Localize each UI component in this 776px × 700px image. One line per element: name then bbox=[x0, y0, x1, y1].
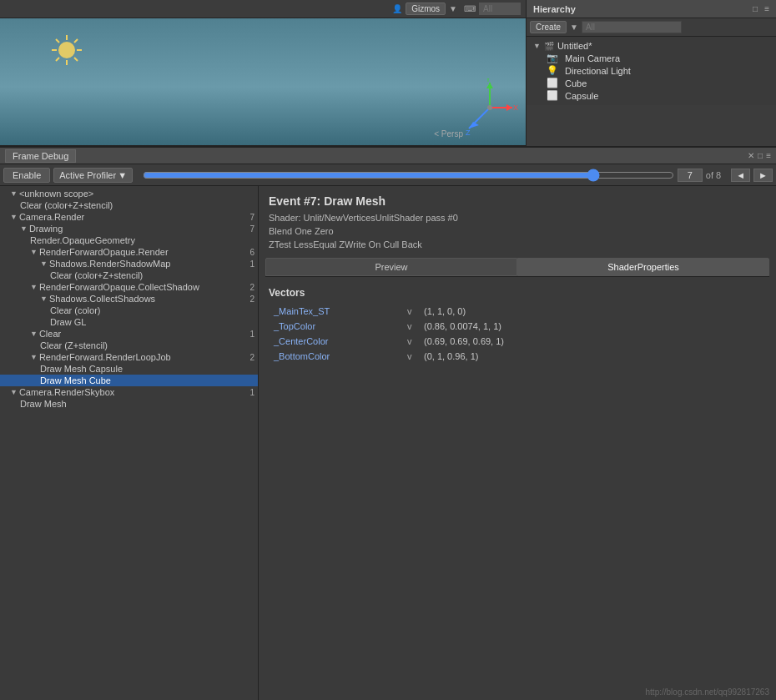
hierarchy-menu-icon[interactable]: ≡ bbox=[764, 4, 769, 13]
capsule-icon: ⬜ bbox=[547, 90, 558, 101]
tree-item-clear-color[interactable]: Clear (color) bbox=[0, 305, 258, 316]
expand-icon-8: ▼ bbox=[30, 330, 38, 338]
frame-debug-header: Frame Debug ✕ □ ≡ bbox=[0, 146, 776, 164]
expand-icon-5: ▼ bbox=[40, 259, 48, 268]
hierarchy-item-capsule[interactable]: ⬜ Capsule bbox=[540, 89, 776, 102]
table-row: _BottomColor v (0, 1, 0.96, 1) bbox=[269, 349, 766, 364]
tree-item-unknown-scope[interactable]: ▼ <unknown scope> bbox=[0, 188, 258, 199]
expand-icon-10: ▼ bbox=[10, 388, 18, 396]
table-row: _MainTex_ST v (1, 1, 0, 0) bbox=[269, 304, 766, 319]
viewport-search-input[interactable] bbox=[479, 3, 521, 15]
tree-item-render-forward-loop[interactable]: ▼ RenderForward.RenderLoopJob 2 bbox=[0, 351, 258, 363]
tab-preview[interactable]: Preview bbox=[265, 258, 517, 276]
table-row: _TopColor v (0.86, 0.0074, 1, 1) bbox=[269, 319, 766, 334]
svg-text:X: X bbox=[513, 103, 518, 112]
persp-label: < Persp bbox=[434, 129, 463, 138]
tree-item-clear-2[interactable]: Clear (color+Z+stencil) bbox=[0, 269, 258, 281]
tree-content: ▼ <unknown scope> Clear (color+Z+stencil… bbox=[0, 186, 258, 700]
gizmo-axes: Z X Y bbox=[461, 78, 519, 138]
frame-slider[interactable] bbox=[143, 169, 674, 182]
active-profiler-arrow-icon: ▼ bbox=[118, 170, 127, 180]
tree-item-shadows-collect[interactable]: ▼ Shadows.CollectShadows 2 bbox=[0, 293, 258, 305]
hierarchy-item-main-camera[interactable]: 📷 Main Camera bbox=[540, 52, 776, 64]
vector-value-0: (1, 1, 0, 0) bbox=[419, 304, 766, 319]
tree-item-drawing[interactable]: ▼ Drawing 7 bbox=[0, 223, 258, 234]
tree-item-draw-capsule[interactable]: Draw Mesh Capsule bbox=[0, 363, 258, 375]
hierarchy-item-directional-light[interactable]: 💡 Directional Light bbox=[540, 64, 776, 77]
hierarchy-create-arrow: ▼ bbox=[570, 23, 578, 32]
vector-type-0: v bbox=[402, 304, 419, 319]
svg-line-15 bbox=[56, 58, 59, 61]
expand-icon-2: ▼ bbox=[10, 213, 18, 221]
scene-name-label: Untitled* bbox=[557, 41, 592, 51]
vector-value-2: (0.69, 0.69, 0.69, 1) bbox=[419, 334, 766, 349]
expand-icon-7: ▼ bbox=[40, 295, 48, 303]
tree-item-draw-cube[interactable]: Draw Mesh Cube bbox=[0, 375, 258, 386]
tree-item-render-forward-opaque[interactable]: ▼ RenderForwardOpaque.Render 6 bbox=[0, 246, 258, 258]
vector-type-2: v bbox=[402, 334, 419, 349]
nav-prev-button[interactable]: ◄ bbox=[731, 169, 750, 182]
tree-item-camera-render[interactable]: ▼ Camera.Render 7 bbox=[0, 211, 258, 223]
frame-debug-controls: Enable Active Profiler ▼ 7 of 8 ◄ ► bbox=[0, 164, 776, 186]
vectors-table: _MainTex_ST v (1, 1, 0, 0) _TopColor v (… bbox=[269, 304, 766, 364]
left-panel: ▼ <unknown scope> Clear (color+Z+stencil… bbox=[0, 186, 259, 700]
expand-icon-4: ▼ bbox=[30, 248, 38, 256]
hierarchy-create-button[interactable]: Create bbox=[530, 21, 567, 33]
light-icon: 💡 bbox=[547, 65, 558, 76]
expand-icon-6: ▼ bbox=[30, 283, 38, 291]
hierarchy-item-cube[interactable]: ⬜ Cube bbox=[540, 77, 776, 89]
tab-shader-properties[interactable]: ShaderProperties bbox=[517, 258, 769, 276]
panel-maximize-icon[interactable]: □ bbox=[758, 151, 763, 160]
hierarchy-content: ▼ 🎬 Untitled* 📷 Main Camera 💡 Directiona… bbox=[527, 37, 776, 105]
expand-icon-3: ▼ bbox=[20, 224, 28, 233]
svg-line-13 bbox=[74, 58, 78, 61]
watermark: http://blog.csdn.net/qq992817263 bbox=[646, 687, 769, 697]
tree-item-draw-gl[interactable]: Draw GL bbox=[0, 316, 258, 328]
frame-of-label: of 8 bbox=[706, 170, 721, 180]
nav-next-button[interactable]: ► bbox=[753, 169, 773, 182]
shader-content: Vectors _MainTex_ST v (1, 1, 0, 0) _TopC… bbox=[259, 277, 776, 700]
svg-marker-24 bbox=[486, 83, 493, 88]
nav-slider-area: 7 of 8 bbox=[136, 169, 728, 182]
tree-item-clear-main[interactable]: ▼ Clear 1 bbox=[0, 328, 258, 340]
viewport: 👤 Gizmos ▼ ⌨ bbox=[0, 0, 526, 146]
tree-item-clear-1[interactable]: Clear (color+Z+stencil) bbox=[0, 199, 258, 211]
event-blend: Blend One Zero bbox=[259, 224, 776, 238]
tree-item-render-forward-collect[interactable]: ▼ RenderForwardOpaque.CollectShadow 2 bbox=[0, 281, 258, 293]
vector-name-2: _CenterColor bbox=[269, 334, 402, 349]
scene-icon: 🎬 bbox=[544, 42, 554, 51]
frame-number-input[interactable]: 7 bbox=[678, 169, 703, 182]
svg-text:Y: Y bbox=[486, 78, 491, 83]
event-ztest: ZTest LessEqual ZWrite On Cull Back bbox=[259, 238, 776, 251]
svg-point-7 bbox=[58, 42, 75, 58]
svg-line-12 bbox=[56, 39, 59, 43]
tree-item-camera-skybox[interactable]: ▼ Camera.RenderSkybox 1 bbox=[0, 386, 258, 398]
tree-item-draw-mesh[interactable]: Draw Mesh bbox=[0, 398, 258, 410]
right-panel: Event #7: Draw Mesh Shader: Unlit/NewVer… bbox=[259, 186, 776, 700]
svg-marker-25 bbox=[469, 122, 479, 128]
hierarchy-maximize-icon[interactable]: □ bbox=[753, 4, 758, 13]
vector-type-3: v bbox=[402, 349, 419, 364]
vector-name-1: _TopColor bbox=[269, 319, 402, 334]
viewport-toolbar: 👤 Gizmos ▼ ⌨ bbox=[0, 0, 526, 18]
hierarchy-scene-root[interactable]: ▼ 🎬 Untitled* bbox=[527, 40, 776, 52]
svg-text:Z: Z bbox=[466, 128, 471, 137]
tree-item-render-opaque[interactable]: Render.OpaqueGeometry bbox=[0, 234, 258, 246]
table-row: _CenterColor v (0.69, 0.69, 0.69, 1) bbox=[269, 334, 766, 349]
section-vectors-title: Vectors bbox=[269, 287, 766, 299]
enable-button[interactable]: Enable bbox=[3, 168, 50, 183]
active-profiler-button[interactable]: Active Profiler ▼ bbox=[53, 168, 133, 183]
tree-item-clear-zstencil[interactable]: Clear (Z+stencil) bbox=[0, 340, 258, 351]
hierarchy-search-input[interactable] bbox=[582, 21, 682, 33]
panel-menu-icon[interactable]: ≡ bbox=[766, 151, 771, 160]
svg-line-14 bbox=[74, 39, 78, 43]
frame-debug-tab[interactable]: Frame Debug bbox=[5, 149, 76, 163]
tree-item-shadows-render-shadow[interactable]: ▼ Shadows.RenderShadowMap 1 bbox=[0, 258, 258, 269]
hierarchy-toolbar: Create ▼ bbox=[527, 18, 776, 37]
gizmos-button[interactable]: Gizmos bbox=[406, 3, 446, 15]
svg-point-22 bbox=[487, 105, 492, 110]
event-title: Event #7: Draw Mesh bbox=[259, 186, 776, 211]
panel-close-icon[interactable]: ✕ bbox=[748, 151, 754, 160]
event-tab-bar: Preview ShaderProperties bbox=[265, 258, 769, 277]
hierarchy-header: Hierarchy □ ≡ bbox=[527, 0, 776, 18]
